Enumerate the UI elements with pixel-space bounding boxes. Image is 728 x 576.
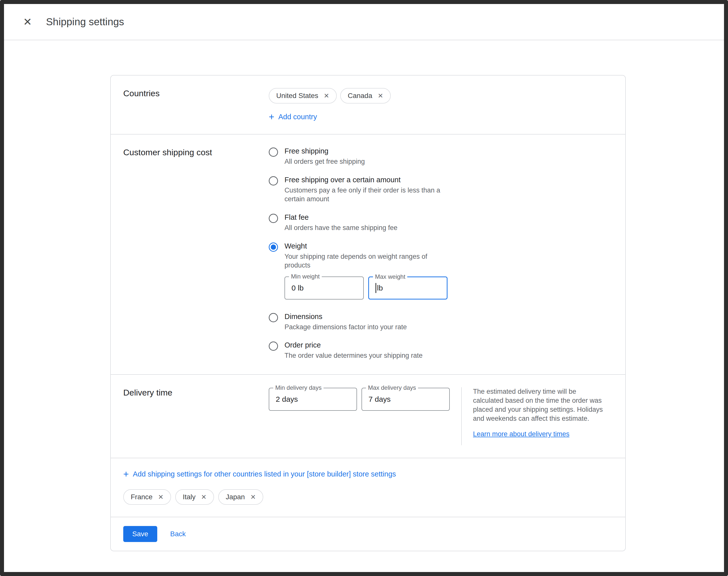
option-order-price[interactable]: Order price The order value determines y… [269,341,613,360]
max-delivery-days-value: 7 days [369,395,390,403]
max-weight-field[interactable]: Max weight lb [368,277,447,299]
radio-order-price[interactable] [269,342,278,351]
option-title: Flat fee [285,213,398,222]
option-weight[interactable]: Weight Your shipping rate depends on wei… [269,242,613,303]
option-title: Free shipping [285,147,365,155]
radio-free-over-amount[interactable] [269,176,278,185]
max-weight-value: lb [377,284,383,292]
close-icon[interactable]: ✕ [21,15,34,29]
remove-icon[interactable]: ✕ [158,494,164,500]
option-title: Dimensions [285,313,407,321]
topbar: ✕ Shipping settings [4,4,724,40]
min-delivery-days-value: 2 days [276,395,298,403]
add-shipping-settings-button[interactable]: + Add shipping settings for other countr… [123,469,396,479]
chip-label: Japan [226,493,245,501]
text-caret [376,283,376,293]
add-country-label: Add country [278,113,317,121]
chip-label: United States [276,92,318,100]
option-description: The order value determines your shipping… [285,351,423,360]
footer: Save Back [111,517,625,551]
delivery-info: The estimated delivery time will be calc… [473,387,606,438]
radio-dimensions[interactable] [269,313,278,322]
shipping-cost-section: Customer shipping cost Free shipping All… [111,134,625,374]
option-description: Customers pay a fee only if their order … [285,186,449,204]
option-description: Package dimensions factor into your rate [285,323,407,332]
remove-icon[interactable]: ✕ [250,494,256,500]
chip-label: France [131,493,152,501]
radio-weight[interactable] [269,242,278,252]
remove-icon[interactable]: ✕ [201,494,206,500]
option-title: Free shipping over a certain amount [285,176,449,184]
option-flat-fee[interactable]: Flat fee All orders have the same shippi… [269,213,613,232]
plus-icon: + [123,469,129,479]
min-weight-value: 0 lb [291,284,303,292]
plus-icon: + [269,112,274,121]
countries-section: Countries United States ✕ Canada ✕ + Add… [111,76,625,134]
max-delivery-days-label: Max delivery days [366,384,418,391]
min-weight-label: Min weight [289,273,322,280]
delivery-time-section: Delivery time Min delivery days 2 days M… [111,374,625,458]
max-weight-label: Max weight [373,273,407,280]
option-free-over-amount[interactable]: Free shipping over a certain amount Cust… [269,176,613,204]
option-title: Weight [285,242,449,250]
shipping-settings-card: Countries United States ✕ Canada ✕ + Add… [110,75,626,551]
chip-canada: Canada ✕ [340,88,391,104]
option-dimensions[interactable]: Dimensions Package dimensions factor int… [269,313,613,332]
min-delivery-days-field[interactable]: Min delivery days 2 days [269,388,357,411]
option-description: All orders get free shipping [285,157,365,166]
delivery-time-label: Delivery time [123,387,269,445]
chip-france: France ✕ [123,489,171,505]
max-delivery-days-field[interactable]: Max delivery days 7 days [361,388,450,411]
chip-label: Canada [348,92,372,100]
vertical-divider [461,387,462,445]
option-free-shipping[interactable]: Free shipping All orders get free shippi… [269,147,613,166]
remove-icon[interactable]: ✕ [324,92,329,99]
back-button[interactable]: Back [169,530,187,538]
option-description: Your shipping rate depends on weight ran… [285,252,449,270]
chip-label: Italy [183,493,196,501]
radio-free-shipping[interactable] [269,147,278,157]
min-weight-field[interactable]: Min weight 0 lb [285,277,364,299]
delivery-fields-row: Min delivery days 2 days Max delivery da… [269,388,450,411]
weight-fields-row: Min weight 0 lb Max weight lb [285,277,449,299]
option-title: Order price [285,341,423,349]
option-description: All orders have the same shipping fee [285,224,398,232]
add-shipping-settings-label: Add shipping settings for other countrie… [133,470,396,478]
delivery-info-text: The estimated delivery time will be calc… [473,387,606,423]
remove-icon[interactable]: ✕ [378,92,383,99]
add-country-button[interactable]: + Add country [269,112,317,121]
chip-united-states: United States ✕ [269,88,337,104]
other-countries-section: + Add shipping settings for other countr… [111,458,625,517]
save-button[interactable]: Save [123,526,157,542]
other-country-chips-row: France ✕ Italy ✕ Japan ✕ [123,489,613,505]
page-title: Shipping settings [46,16,124,28]
chip-italy: Italy ✕ [175,489,214,505]
countries-label: Countries [123,88,269,121]
shipping-cost-label: Customer shipping cost [123,147,269,362]
learn-more-link[interactable]: Learn more about delivery times [473,430,570,438]
chip-japan: Japan ✕ [218,489,263,505]
radio-flat-fee[interactable] [269,214,278,223]
min-delivery-days-label: Min delivery days [273,384,323,391]
country-chips-row: United States ✕ Canada ✕ [269,88,613,104]
